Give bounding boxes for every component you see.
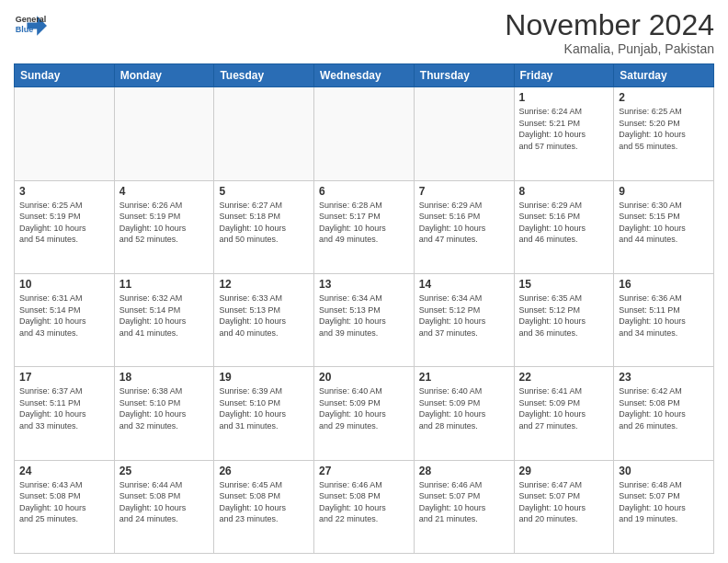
week-row: 17Sunrise: 6:37 AM Sunset: 5:11 PM Dayli… (15, 367, 714, 460)
day-number: 20 (319, 371, 409, 384)
day-info: Sunrise: 6:45 AM Sunset: 5:08 PM Dayligh… (219, 479, 309, 525)
day-number: 24 (19, 465, 109, 477)
calendar-cell (314, 87, 415, 180)
day-number: 28 (419, 465, 509, 477)
logo: General Blue (14, 9, 51, 42)
day-number: 1 (519, 91, 609, 104)
day-info: Sunrise: 6:35 AM Sunset: 5:12 PM Dayligh… (519, 293, 609, 339)
day-info: Sunrise: 6:47 AM Sunset: 5:07 PM Dayligh… (519, 479, 609, 525)
day-info: Sunrise: 6:29 AM Sunset: 5:16 PM Dayligh… (419, 200, 509, 246)
calendar-cell: 18Sunrise: 6:38 AM Sunset: 5:10 PM Dayli… (114, 367, 214, 460)
day-number: 14 (419, 278, 509, 291)
calendar-cell: 30Sunrise: 6:48 AM Sunset: 5:07 PM Dayli… (614, 460, 714, 553)
svg-text:Blue: Blue (16, 25, 34, 34)
day-number: 22 (519, 371, 609, 384)
calendar-cell: 16Sunrise: 6:36 AM Sunset: 5:11 PM Dayli… (614, 273, 714, 366)
week-row: 1Sunrise: 6:24 AM Sunset: 5:21 PM Daylig… (15, 87, 714, 180)
weekday-header: Thursday (414, 64, 514, 87)
day-number: 11 (119, 278, 210, 291)
day-info: Sunrise: 6:36 AM Sunset: 5:11 PM Dayligh… (619, 293, 709, 339)
calendar-cell: 8Sunrise: 6:29 AM Sunset: 5:16 PM Daylig… (514, 180, 614, 273)
day-number: 26 (219, 465, 309, 477)
calendar-cell: 9Sunrise: 6:30 AM Sunset: 5:15 PM Daylig… (614, 180, 714, 273)
calendar-cell: 15Sunrise: 6:35 AM Sunset: 5:12 PM Dayli… (514, 273, 614, 366)
calendar-cell: 1Sunrise: 6:24 AM Sunset: 5:21 PM Daylig… (514, 87, 614, 180)
day-info: Sunrise: 6:26 AM Sunset: 5:19 PM Dayligh… (119, 200, 210, 246)
calendar-cell: 21Sunrise: 6:40 AM Sunset: 5:09 PM Dayli… (414, 367, 514, 460)
day-number: 15 (519, 278, 609, 291)
week-row: 24Sunrise: 6:43 AM Sunset: 5:08 PM Dayli… (15, 460, 714, 553)
day-number: 21 (419, 371, 509, 384)
day-number: 6 (319, 185, 409, 198)
calendar-cell: 20Sunrise: 6:40 AM Sunset: 5:09 PM Dayli… (314, 367, 415, 460)
day-number: 5 (219, 185, 309, 198)
day-info: Sunrise: 6:27 AM Sunset: 5:18 PM Dayligh… (219, 200, 309, 246)
calendar-cell: 29Sunrise: 6:47 AM Sunset: 5:07 PM Dayli… (514, 460, 614, 553)
day-info: Sunrise: 6:33 AM Sunset: 5:13 PM Dayligh… (219, 293, 309, 339)
day-number: 30 (619, 465, 709, 477)
calendar-cell: 10Sunrise: 6:31 AM Sunset: 5:14 PM Dayli… (15, 273, 115, 366)
location: Kamalia, Punjab, Pakistan (505, 41, 714, 56)
day-info: Sunrise: 6:29 AM Sunset: 5:16 PM Dayligh… (519, 200, 609, 246)
weekday-header: Friday (514, 64, 614, 87)
day-number: 23 (619, 371, 709, 384)
weekday-header: Monday (114, 64, 214, 87)
day-number: 2 (619, 91, 709, 104)
day-info: Sunrise: 6:43 AM Sunset: 5:08 PM Dayligh… (19, 479, 109, 525)
day-info: Sunrise: 6:34 AM Sunset: 5:13 PM Dayligh… (319, 293, 409, 339)
calendar-cell (414, 87, 514, 180)
calendar-cell: 24Sunrise: 6:43 AM Sunset: 5:08 PM Dayli… (15, 460, 115, 553)
weekday-header: Tuesday (214, 64, 314, 87)
day-number: 25 (119, 465, 210, 477)
day-info: Sunrise: 6:34 AM Sunset: 5:12 PM Dayligh… (419, 293, 509, 339)
day-info: Sunrise: 6:40 AM Sunset: 5:09 PM Dayligh… (419, 385, 509, 431)
calendar-cell (114, 87, 214, 180)
day-info: Sunrise: 6:39 AM Sunset: 5:10 PM Dayligh… (219, 385, 309, 431)
day-number: 3 (19, 185, 109, 198)
logo-icon: General Blue (14, 9, 47, 42)
day-number: 8 (519, 185, 609, 198)
day-number: 17 (19, 371, 109, 384)
day-info: Sunrise: 6:25 AM Sunset: 5:20 PM Dayligh… (619, 106, 709, 152)
calendar-cell: 12Sunrise: 6:33 AM Sunset: 5:13 PM Dayli… (214, 273, 314, 366)
svg-text:General: General (16, 15, 47, 24)
day-number: 9 (619, 185, 709, 198)
week-row: 10Sunrise: 6:31 AM Sunset: 5:14 PM Dayli… (15, 273, 714, 366)
calendar-cell: 7Sunrise: 6:29 AM Sunset: 5:16 PM Daylig… (414, 180, 514, 273)
calendar-cell: 14Sunrise: 6:34 AM Sunset: 5:12 PM Dayli… (414, 273, 514, 366)
calendar-cell: 27Sunrise: 6:46 AM Sunset: 5:08 PM Dayli… (314, 460, 415, 553)
day-number: 7 (419, 185, 509, 198)
day-info: Sunrise: 6:28 AM Sunset: 5:17 PM Dayligh… (319, 200, 409, 246)
day-info: Sunrise: 6:38 AM Sunset: 5:10 PM Dayligh… (119, 385, 210, 431)
day-number: 19 (219, 371, 309, 384)
calendar-cell: 19Sunrise: 6:39 AM Sunset: 5:10 PM Dayli… (214, 367, 314, 460)
day-number: 18 (119, 371, 210, 384)
calendar-cell: 4Sunrise: 6:26 AM Sunset: 5:19 PM Daylig… (114, 180, 214, 273)
day-info: Sunrise: 6:24 AM Sunset: 5:21 PM Dayligh… (519, 106, 609, 152)
header: General Blue November 2024 Kamalia, Punj… (14, 9, 714, 56)
day-number: 27 (319, 465, 409, 477)
day-info: Sunrise: 6:46 AM Sunset: 5:08 PM Dayligh… (319, 479, 409, 525)
day-info: Sunrise: 6:32 AM Sunset: 5:14 PM Dayligh… (119, 293, 210, 339)
calendar-cell: 23Sunrise: 6:42 AM Sunset: 5:08 PM Dayli… (614, 367, 714, 460)
weekday-header-row: SundayMondayTuesdayWednesdayThursdayFrid… (15, 64, 714, 87)
title-block: November 2024 Kamalia, Punjab, Pakistan (505, 9, 714, 56)
week-row: 3Sunrise: 6:25 AM Sunset: 5:19 PM Daylig… (15, 180, 714, 273)
month-title: November 2024 (505, 9, 714, 41)
weekday-header: Sunday (15, 64, 115, 87)
day-number: 13 (319, 278, 409, 291)
calendar-cell: 13Sunrise: 6:34 AM Sunset: 5:13 PM Dayli… (314, 273, 415, 366)
calendar-cell: 6Sunrise: 6:28 AM Sunset: 5:17 PM Daylig… (314, 180, 415, 273)
day-number: 10 (19, 278, 109, 291)
day-info: Sunrise: 6:40 AM Sunset: 5:09 PM Dayligh… (319, 385, 409, 431)
day-info: Sunrise: 6:44 AM Sunset: 5:08 PM Dayligh… (119, 479, 210, 525)
day-info: Sunrise: 6:30 AM Sunset: 5:15 PM Dayligh… (619, 200, 709, 246)
day-info: Sunrise: 6:25 AM Sunset: 5:19 PM Dayligh… (19, 200, 109, 246)
day-info: Sunrise: 6:46 AM Sunset: 5:07 PM Dayligh… (419, 479, 509, 525)
calendar-cell: 2Sunrise: 6:25 AM Sunset: 5:20 PM Daylig… (614, 87, 714, 180)
day-info: Sunrise: 6:37 AM Sunset: 5:11 PM Dayligh… (19, 385, 109, 431)
calendar-table: SundayMondayTuesdayWednesdayThursdayFrid… (14, 63, 714, 554)
calendar-cell: 3Sunrise: 6:25 AM Sunset: 5:19 PM Daylig… (15, 180, 115, 273)
calendar-cell: 26Sunrise: 6:45 AM Sunset: 5:08 PM Dayli… (214, 460, 314, 553)
day-info: Sunrise: 6:42 AM Sunset: 5:08 PM Dayligh… (619, 385, 709, 431)
